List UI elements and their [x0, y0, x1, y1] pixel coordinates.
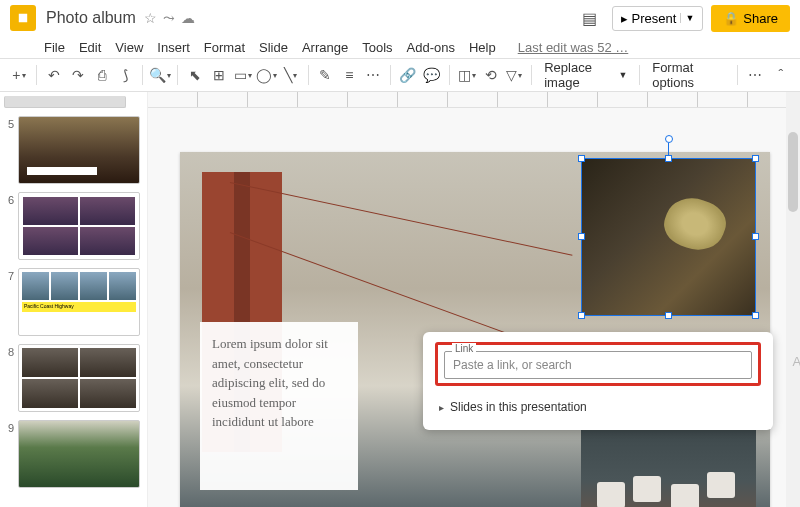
thumb-slide-4-partial[interactable] — [4, 96, 126, 108]
resize-handle[interactable] — [578, 233, 585, 240]
rotate-handle[interactable] — [665, 135, 673, 143]
text-box[interactable]: Lorem ipsum dolor sit amet, consectetur … — [200, 322, 358, 490]
menu-edit[interactable]: Edit — [73, 38, 107, 57]
replace-image-button[interactable]: Replace image▼ — [538, 60, 633, 90]
crop-icon[interactable]: ◫ — [456, 62, 478, 88]
reset-image-icon[interactable]: ⟲ — [480, 62, 502, 88]
menu-arrange[interactable]: Arrange — [296, 38, 354, 57]
link-input[interactable] — [444, 351, 752, 379]
present-icon: ▸ — [621, 11, 628, 26]
scrollbar-thumb[interactable] — [788, 132, 798, 212]
resize-handle[interactable] — [578, 155, 585, 162]
star-icon[interactable]: ☆ — [144, 10, 157, 26]
thumb-number: 7 — [4, 268, 14, 282]
move-icon[interactable]: ⤳ — [163, 10, 175, 26]
comment-icon[interactable]: 💬 — [421, 62, 443, 88]
thumb-number: 5 — [4, 116, 14, 130]
thumb-slide-6[interactable] — [18, 192, 140, 260]
expand-up-icon[interactable]: ˆ — [770, 62, 792, 88]
comments-icon[interactable]: ▤ — [576, 4, 604, 32]
select-tool-icon[interactable]: ⬉ — [184, 62, 206, 88]
cloud-icon[interactable]: ☁ — [181, 10, 195, 26]
border-weight-icon[interactable]: ≡ — [338, 62, 360, 88]
share-label: Share — [743, 11, 778, 26]
link-icon[interactable]: 🔗 — [397, 62, 419, 88]
thumb-slide-8[interactable] — [18, 344, 140, 412]
thumb-number: 8 — [4, 344, 14, 358]
resize-handle[interactable] — [752, 312, 759, 319]
resize-handle[interactable] — [752, 233, 759, 240]
menu-bar: File Edit View Insert Format Slide Arran… — [0, 36, 800, 58]
title-area: Photo album ☆ ⤳ ☁ — [46, 9, 576, 27]
slides-logo[interactable] — [10, 5, 36, 31]
mask-icon[interactable]: ▽ — [503, 62, 525, 88]
paint-format-icon[interactable]: ⟆ — [114, 62, 136, 88]
link-field-label: Link — [452, 343, 476, 354]
print-icon[interactable]: ⎙ — [91, 62, 113, 88]
resize-handle[interactable] — [752, 155, 759, 162]
apply-button[interactable]: Apply — [782, 348, 800, 375]
menu-tools[interactable]: Tools — [356, 38, 398, 57]
present-button[interactable]: ▸ Present ▼ — [612, 6, 704, 31]
header-bar: Photo album ☆ ⤳ ☁ ▤ ▸ Present ▼ 🔒 Share — [0, 0, 800, 36]
thumb-slide-7[interactable]: Pacific Coast Highway — [18, 268, 140, 336]
resize-handle[interactable] — [665, 155, 672, 162]
slide-thumbnails: 5 6 7 Pacific Coast Highway 8 9 — [0, 92, 148, 507]
more-icon[interactable]: ⋯ — [744, 62, 766, 88]
thumb-number: 9 — [4, 420, 14, 434]
share-button[interactable]: 🔒 Share — [711, 5, 790, 32]
selected-image[interactable] — [581, 158, 756, 316]
menu-help[interactable]: Help — [463, 38, 502, 57]
redo-icon[interactable]: ↷ — [67, 62, 89, 88]
border-dash-icon[interactable]: ⋯ — [362, 62, 384, 88]
thumb-slide-9[interactable] — [18, 420, 140, 488]
ruler-horizontal — [148, 92, 800, 108]
menu-addons[interactable]: Add-ons — [401, 38, 461, 57]
format-options-button[interactable]: Format options — [646, 60, 731, 90]
vertical-scrollbar[interactable] — [786, 92, 800, 507]
zoom-icon[interactable]: 🔍 — [149, 62, 171, 88]
link-input-highlight: Link — [435, 342, 761, 386]
image-icon[interactable]: ▭ — [232, 62, 254, 88]
last-edit-link[interactable]: Last edit was 52 … — [512, 38, 635, 57]
new-slide-button[interactable]: + — [8, 62, 30, 88]
toolbar: + ↶ ↷ ⎙ ⟆ 🔍 ⬉ ⊞ ▭ ◯ ╲ ✎ ≡ ⋯ 🔗 💬 ◫ ⟲ ▽ Re… — [0, 58, 800, 92]
textbox-icon[interactable]: ⊞ — [208, 62, 230, 88]
document-title[interactable]: Photo album — [46, 9, 136, 27]
thumb-slide-5[interactable] — [18, 116, 140, 184]
thumb-number: 6 — [4, 192, 14, 206]
resize-handle[interactable] — [578, 312, 585, 319]
present-label: Present — [632, 11, 677, 26]
chevron-down-icon[interactable]: ▼ — [680, 13, 694, 23]
shape-icon[interactable]: ◯ — [256, 62, 278, 88]
menu-format[interactable]: Format — [198, 38, 251, 57]
thumb-caption: Pacific Coast Highway — [22, 302, 136, 312]
menu-file[interactable]: File — [38, 38, 71, 57]
undo-icon[interactable]: ↶ — [43, 62, 65, 88]
canvas-area: Lorem ipsum dolor sit amet, consectetur … — [148, 92, 800, 507]
lock-icon: 🔒 — [723, 11, 739, 26]
slides-in-presentation-option[interactable]: Slides in this presentation — [435, 394, 761, 420]
line-icon[interactable]: ╲ — [280, 62, 302, 88]
link-popup: Link Apply Slides in this presentation — [423, 332, 773, 430]
menu-insert[interactable]: Insert — [151, 38, 196, 57]
resize-handle[interactable] — [665, 312, 672, 319]
slide-canvas[interactable]: Lorem ipsum dolor sit amet, consectetur … — [180, 152, 770, 507]
menu-slide[interactable]: Slide — [253, 38, 294, 57]
border-color-icon[interactable]: ✎ — [314, 62, 336, 88]
menu-view[interactable]: View — [109, 38, 149, 57]
